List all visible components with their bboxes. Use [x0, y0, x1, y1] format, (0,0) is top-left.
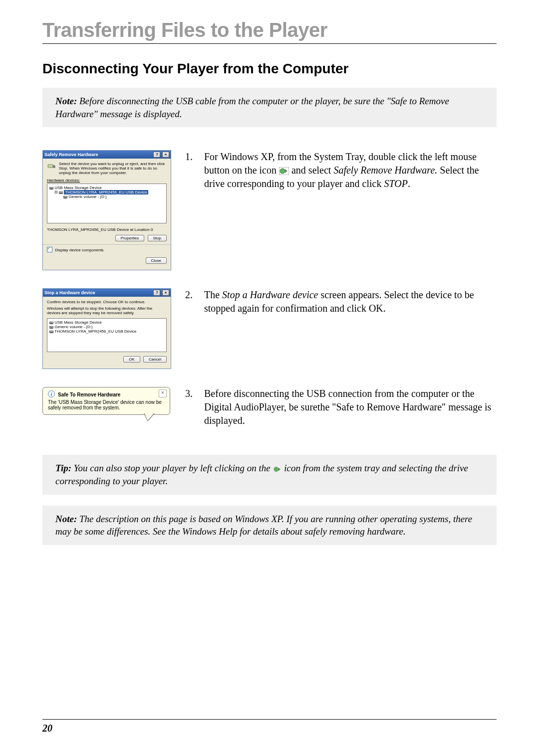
note2-box: Note: The description on this page is ba… — [42, 506, 497, 545]
chapter-title: Transferring Files to the Player — [42, 19, 497, 41]
step2-body: The Stop a Hardware device screen appear… — [204, 288, 497, 315]
dialog1-device-list[interactable]: 🖴 USB Mass Storage Device ⊟ 🖴 THOMSON LY… — [47, 184, 167, 223]
note2-label: Note: — [55, 514, 77, 524]
bottom-notes: Tip: You can also stop your player by le… — [42, 455, 497, 545]
svg-point-2 — [280, 169, 285, 174]
section-title: Disconnecting Your Player from the Compu… — [42, 61, 497, 77]
step3-screenshot: × i Safe To Remove Hardware The 'USB Mas… — [42, 387, 171, 432]
safely-remove-hardware-dialog: Safely Remove Hardware ? × Select the de… — [42, 150, 171, 270]
manual-page: Transferring Files to the Player Disconn… — [0, 0, 539, 756]
dialog1-info-row: Select the device you want to unplug or … — [47, 162, 167, 175]
intro-note-body: Before disconnecting the USB cable from … — [55, 96, 449, 119]
dialog2-line1: Confirm devices to be stopped. Choose OK… — [47, 300, 167, 304]
intro-note-box: Note: Before disconnecting the USB cable… — [42, 88, 497, 127]
step-2: Stop a Hardware device ? × Confirm devic… — [42, 288, 497, 369]
step2-screenshot: Stop a Hardware device ? × Confirm devic… — [42, 288, 171, 369]
step3-body: Before disconnecting the USB connection … — [204, 387, 497, 427]
step-1: Safely Remove Hardware ? × Select the de… — [42, 150, 497, 270]
dialog2-device-list[interactable]: 🖴 USB Mass Storage Device 🖴 Generic volu… — [47, 318, 167, 352]
step3-number: 3. — [185, 387, 195, 427]
step2-number: 2. — [185, 288, 195, 315]
steps-container: Safely Remove Hardware ? × Select the de… — [42, 150, 497, 432]
step1-screenshot: Safely Remove Hardware ? × Select the de… — [42, 150, 171, 270]
dialog2-title-text: Stop a Hardware device — [44, 290, 95, 295]
dialog1-help-button[interactable]: ? — [153, 152, 160, 158]
cancel-button[interactable]: Cancel — [143, 356, 167, 363]
step3-text: 3. Before disconnecting the USB connecti… — [185, 387, 497, 427]
svg-rect-0 — [48, 165, 53, 168]
device-item-selected[interactable]: ⊟ 🖴 THOMSON LYRA_MPR2456_EU USB Device — [49, 190, 164, 194]
tip-label: Tip: — [55, 463, 71, 473]
dialog1-titlebar-buttons: ? × — [153, 152, 169, 158]
step1-body: For Windows XP, from the System Tray, do… — [204, 150, 497, 190]
intro-note-label: Note: — [55, 96, 77, 106]
dialog2-body: Confirm devices to be stopped. Choose OK… — [43, 297, 171, 369]
balloon-tooltip: × i Safe To Remove Hardware The 'USB Mas… — [42, 387, 170, 432]
step-3: × i Safe To Remove Hardware The 'USB Mas… — [42, 387, 497, 432]
device-item[interactable]: 🖴 USB Mass Storage Device — [49, 320, 164, 325]
info-icon: i — [48, 390, 55, 398]
ok-button[interactable]: OK — [123, 356, 140, 363]
tray-eject-icon — [273, 463, 284, 473]
note2-body: The description on this page is based on… — [55, 514, 472, 537]
dialog1-button-row1: Properties Stop — [47, 235, 167, 241]
dialog2-titlebar: Stop a Hardware device ? × — [43, 289, 171, 297]
dialog1-titlebar: Safely Remove Hardware ? × — [43, 151, 171, 159]
step1-number: 1. — [185, 150, 195, 190]
page-footer: 20 — [42, 719, 497, 734]
dialog2-button-row: OK Cancel — [47, 356, 167, 363]
balloon-body: The 'USB Mass Storage Device' device can… — [48, 399, 165, 410]
dialog1-hardware-label: Hardware devices: — [47, 178, 167, 183]
dialog2-close-button[interactable]: × — [162, 290, 169, 296]
dialog1-body: Select the device you want to unplug or … — [43, 159, 171, 270]
tip-body-a: You can also stop your player by left cl… — [74, 463, 273, 473]
stop-button[interactable]: Stop — [148, 235, 167, 241]
dialog1-close-button[interactable]: × — [162, 152, 169, 158]
device-item[interactable]: 🖴 Generic volume - (D:) — [49, 325, 164, 329]
step2-text: 2. The Stop a Hardware device screen app… — [185, 288, 497, 315]
dialog1-separator — [43, 244, 171, 245]
page-number: 20 — [42, 723, 497, 734]
display-components-label: Display device components — [55, 248, 103, 252]
balloon-header: i Safe To Remove Hardware — [48, 390, 165, 398]
tip-box: Tip: You can also stop your player by le… — [42, 455, 497, 494]
display-components-checkbox[interactable] — [47, 247, 52, 252]
close-button[interactable]: Close — [146, 257, 167, 264]
safe-to-remove-balloon: × i Safe To Remove Hardware The 'USB Mas… — [42, 387, 170, 415]
device-item[interactable]: 🖴 USB Mass Storage Device — [49, 186, 164, 190]
dialog2-line2: Windows will attempt to stop the followi… — [47, 306, 167, 315]
step1-text: 1. For Windows XP, from the System Tray,… — [185, 150, 497, 190]
dialog2-help-button[interactable]: ? — [153, 290, 160, 296]
title-rule — [42, 43, 497, 44]
tray-eject-icon — [279, 165, 291, 176]
balloon-tail — [144, 413, 155, 421]
dialog1-info-text: Select the device you want to unplug or … — [59, 162, 167, 175]
svg-point-5 — [274, 467, 278, 472]
device-item[interactable]: 🖴 Generic volume - (D:) — [49, 194, 164, 199]
dialog2-titlebar-buttons: ? × — [153, 290, 169, 296]
balloon-close-button[interactable]: × — [159, 389, 167, 397]
properties-button[interactable]: Properties — [115, 235, 144, 241]
dialog1-location-text: THOMSON LYRA_MPR2456_EU USB Device at Lo… — [47, 227, 167, 232]
stop-hardware-device-dialog: Stop a Hardware device ? × Confirm devic… — [42, 288, 171, 369]
device-item[interactable]: 🖴 THOMSON LYRA_MPR2456_EU USB Device — [49, 329, 164, 334]
footer-rule — [42, 719, 497, 720]
dialog1-button-row2: Close — [47, 257, 167, 264]
dialog1-title-text: Safely Remove Hardware — [44, 152, 98, 157]
dialog1-checkbox-row: Display device components — [47, 247, 167, 252]
balloon-title: Safe To Remove Hardware — [58, 392, 120, 397]
usb-device-icon — [47, 162, 56, 171]
